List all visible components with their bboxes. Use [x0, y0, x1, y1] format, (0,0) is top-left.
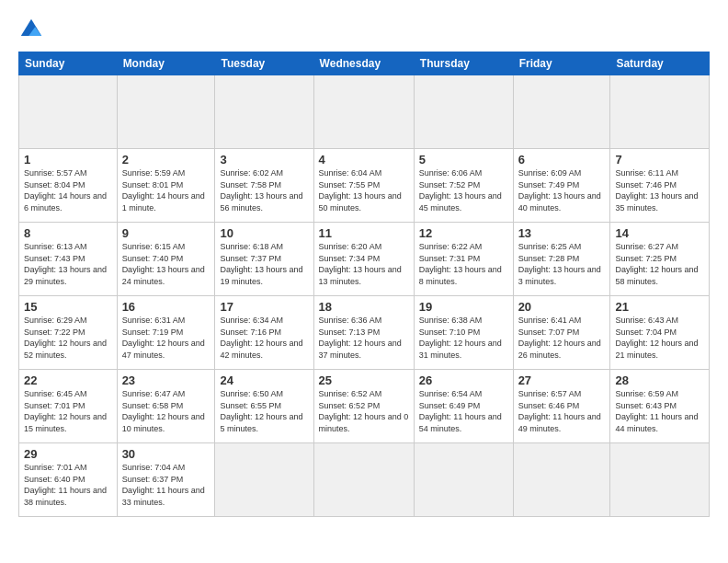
day-number: 8 [24, 226, 112, 240]
day-info: Sunrise: 6:52 AMSunset: 6:52 PMDaylight:… [319, 388, 409, 434]
day-info: Sunrise: 7:01 AMSunset: 6:40 PMDaylight:… [24, 462, 112, 508]
calendar-cell [117, 75, 215, 149]
day-number: 30 [122, 447, 210, 461]
day-number: 28 [615, 373, 704, 387]
day-of-week-row: SundayMondayTuesdayWednesdayThursdayFrid… [19, 52, 710, 75]
calendar-cell [513, 443, 610, 517]
day-number: 3 [220, 153, 308, 167]
calendar-cell: 19Sunrise: 6:38 AMSunset: 7:10 PMDayligh… [414, 296, 513, 370]
calendar-cell: 26Sunrise: 6:54 AMSunset: 6:49 PMDayligh… [414, 370, 513, 443]
calendar-week: 29Sunrise: 7:01 AMSunset: 6:40 PMDayligh… [19, 443, 710, 517]
dow-header: Wednesday [313, 52, 414, 75]
day-number: 12 [419, 226, 508, 240]
calendar-cell [313, 75, 414, 149]
day-info: Sunrise: 6:18 AMSunset: 7:37 PMDaylight:… [220, 241, 308, 287]
day-info: Sunrise: 6:43 AMSunset: 7:04 PMDaylight:… [615, 315, 704, 361]
day-info: Sunrise: 6:38 AMSunset: 7:10 PMDaylight:… [419, 315, 508, 361]
day-info: Sunrise: 6:04 AMSunset: 7:55 PMDaylight:… [319, 167, 409, 213]
day-number: 22 [24, 373, 112, 387]
day-info: Sunrise: 6:02 AMSunset: 7:58 PMDaylight:… [220, 167, 308, 213]
day-info: Sunrise: 6:06 AMSunset: 7:52 PMDaylight:… [419, 167, 508, 213]
calendar-cell: 28Sunrise: 6:59 AMSunset: 6:43 PMDayligh… [610, 370, 710, 443]
day-number: 13 [518, 226, 606, 240]
day-info: Sunrise: 6:36 AMSunset: 7:13 PMDaylight:… [319, 315, 409, 361]
day-info: Sunrise: 6:27 AMSunset: 7:25 PMDaylight:… [615, 241, 704, 287]
day-info: Sunrise: 6:29 AMSunset: 7:22 PMDaylight:… [24, 315, 112, 361]
dow-header: Friday [513, 52, 610, 75]
calendar-cell: 12Sunrise: 6:22 AMSunset: 7:31 PMDayligh… [414, 223, 513, 296]
day-info: Sunrise: 6:25 AMSunset: 7:28 PMDaylight:… [518, 241, 606, 287]
day-info: Sunrise: 6:22 AMSunset: 7:31 PMDaylight:… [419, 241, 508, 287]
calendar-cell: 9Sunrise: 6:15 AMSunset: 7:40 PMDaylight… [117, 223, 215, 296]
dow-header: Sunday [19, 52, 118, 75]
calendar-cell: 23Sunrise: 6:47 AMSunset: 6:58 PMDayligh… [117, 370, 215, 443]
calendar-cell: 11Sunrise: 6:20 AMSunset: 7:34 PMDayligh… [313, 223, 414, 296]
day-number: 2 [122, 153, 210, 167]
day-number: 9 [122, 226, 210, 240]
day-info: Sunrise: 6:15 AMSunset: 7:40 PMDaylight:… [122, 241, 210, 287]
calendar-cell: 10Sunrise: 6:18 AMSunset: 7:37 PMDayligh… [215, 223, 313, 296]
calendar-cell: 3Sunrise: 6:02 AMSunset: 7:58 PMDaylight… [215, 149, 313, 223]
calendar-cell: 24Sunrise: 6:50 AMSunset: 6:55 PMDayligh… [215, 370, 313, 443]
day-number: 5 [419, 153, 508, 167]
day-number: 11 [319, 226, 409, 240]
dow-header: Tuesday [215, 52, 313, 75]
page: SundayMondayTuesdayWednesdayThursdayFrid… [0, 0, 728, 563]
day-number: 24 [220, 373, 308, 387]
day-number: 1 [24, 153, 112, 167]
calendar-cell [19, 75, 118, 149]
day-info: Sunrise: 6:57 AMSunset: 6:46 PMDaylight:… [518, 388, 606, 434]
calendar-cell [215, 75, 313, 149]
calendar-cell: 15Sunrise: 6:29 AMSunset: 7:22 PMDayligh… [19, 296, 118, 370]
calendar-cell: 2Sunrise: 5:59 AMSunset: 8:01 PMDaylight… [117, 149, 215, 223]
day-number: 4 [319, 153, 409, 167]
day-number: 17 [220, 300, 308, 314]
day-info: Sunrise: 6:13 AMSunset: 7:43 PMDaylight:… [24, 241, 112, 287]
day-number: 16 [122, 300, 210, 314]
dow-header: Monday [117, 52, 215, 75]
logo [18, 17, 48, 42]
day-number: 6 [518, 153, 606, 167]
calendar-week: 15Sunrise: 6:29 AMSunset: 7:22 PMDayligh… [19, 296, 710, 370]
calendar-cell [414, 75, 513, 149]
calendar-cell: 27Sunrise: 6:57 AMSunset: 6:46 PMDayligh… [513, 370, 610, 443]
calendar-cell: 5Sunrise: 6:06 AMSunset: 7:52 PMDaylight… [414, 149, 513, 223]
calendar-cell: 16Sunrise: 6:31 AMSunset: 7:19 PMDayligh… [117, 296, 215, 370]
calendar-cell [610, 443, 710, 517]
day-number: 26 [419, 373, 508, 387]
day-info: Sunrise: 5:57 AMSunset: 8:04 PMDaylight:… [24, 167, 112, 213]
dow-header: Saturday [610, 52, 710, 75]
calendar-cell: 17Sunrise: 6:34 AMSunset: 7:16 PMDayligh… [215, 296, 313, 370]
calendar-cell [414, 443, 513, 517]
day-info: Sunrise: 6:41 AMSunset: 7:07 PMDaylight:… [518, 315, 606, 361]
calendar-cell: 13Sunrise: 6:25 AMSunset: 7:28 PMDayligh… [513, 223, 610, 296]
day-info: Sunrise: 5:59 AMSunset: 8:01 PMDaylight:… [122, 167, 210, 213]
logo-icon [18, 17, 44, 42]
calendar-cell: 8Sunrise: 6:13 AMSunset: 7:43 PMDaylight… [19, 223, 118, 296]
day-number: 23 [122, 373, 210, 387]
calendar-cell: 1Sunrise: 5:57 AMSunset: 8:04 PMDaylight… [19, 149, 118, 223]
calendar-cell: 21Sunrise: 6:43 AMSunset: 7:04 PMDayligh… [610, 296, 710, 370]
day-number: 19 [419, 300, 508, 314]
day-info: Sunrise: 6:11 AMSunset: 7:46 PMDaylight:… [615, 167, 704, 213]
day-number: 10 [220, 226, 308, 240]
calendar-cell [513, 75, 610, 149]
day-number: 27 [518, 373, 606, 387]
day-info: Sunrise: 6:54 AMSunset: 6:49 PMDaylight:… [419, 388, 508, 434]
day-number: 25 [319, 373, 409, 387]
day-number: 20 [518, 300, 606, 314]
calendar-cell: 30Sunrise: 7:04 AMSunset: 6:37 PMDayligh… [117, 443, 215, 517]
calendar-cell: 18Sunrise: 6:36 AMSunset: 7:13 PMDayligh… [313, 296, 414, 370]
calendar-cell [610, 75, 710, 149]
day-info: Sunrise: 6:34 AMSunset: 7:16 PMDaylight:… [220, 315, 308, 361]
calendar-cell: 20Sunrise: 6:41 AMSunset: 7:07 PMDayligh… [513, 296, 610, 370]
header [18, 17, 710, 42]
calendar-cell [313, 443, 414, 517]
calendar: SundayMondayTuesdayWednesdayThursdayFrid… [18, 52, 710, 517]
calendar-cell [215, 443, 313, 517]
calendar-cell: 25Sunrise: 6:52 AMSunset: 6:52 PMDayligh… [313, 370, 414, 443]
day-info: Sunrise: 6:59 AMSunset: 6:43 PMDaylight:… [615, 388, 704, 434]
day-number: 15 [24, 300, 112, 314]
dow-header: Thursday [414, 52, 513, 75]
day-info: Sunrise: 6:20 AMSunset: 7:34 PMDaylight:… [319, 241, 409, 287]
